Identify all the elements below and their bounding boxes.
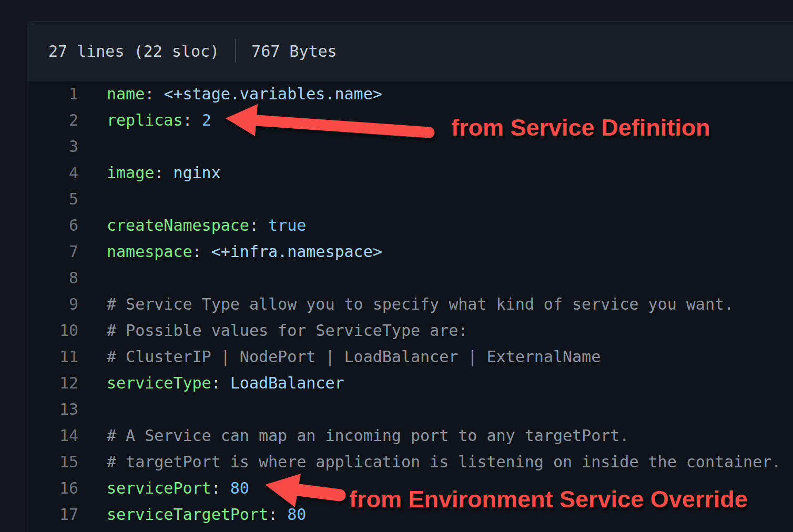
token-key: namespace bbox=[107, 242, 192, 261]
token-string: <+stage.variables.name> bbox=[164, 85, 382, 103]
line-source: serviceTargetPort: 80 bbox=[78, 505, 306, 524]
header-divider bbox=[235, 39, 236, 63]
code-line: 15# targetPort is where application is l… bbox=[27, 448, 793, 475]
token-number: 80 bbox=[230, 479, 249, 497]
line-number[interactable]: 13 bbox=[27, 400, 78, 418]
token-string: nginx bbox=[173, 163, 220, 182]
token-punct: : bbox=[249, 216, 268, 234]
line-number[interactable]: 12 bbox=[27, 374, 78, 392]
line-source: serviceType: LoadBalancer bbox=[78, 374, 344, 392]
code-line: 11# ClusterIP | NodePort | LoadBalancer … bbox=[27, 343, 793, 370]
line-number[interactable]: 5 bbox=[27, 190, 78, 208]
token-punct: : bbox=[183, 111, 202, 129]
file-view-panel: 27 lines (22 sloc) 767 Bytes 1name: <+st… bbox=[27, 22, 793, 532]
code-line: 12serviceType: LoadBalancer bbox=[27, 370, 793, 396]
token-comment: # targetPort is where application is lis… bbox=[107, 453, 781, 471]
code-line: 4image: nginx bbox=[27, 159, 793, 186]
file-size: 767 Bytes bbox=[251, 42, 337, 60]
line-number[interactable]: 6 bbox=[27, 216, 78, 234]
token-string: LoadBalancer bbox=[230, 374, 344, 392]
line-number[interactable]: 11 bbox=[27, 347, 78, 366]
line-source: name: <+stage.variables.name> bbox=[78, 85, 382, 103]
line-number[interactable]: 3 bbox=[27, 137, 78, 156]
line-source: # Possible values for ServiceType are: bbox=[78, 321, 467, 340]
token-key: serviceTargetPort bbox=[107, 505, 268, 524]
line-number[interactable]: 14 bbox=[27, 426, 78, 445]
token-punct: : bbox=[211, 479, 230, 497]
code-line: 6createNamespace: true bbox=[27, 212, 793, 238]
file-header-bar: 27 lines (22 sloc) 767 Bytes bbox=[27, 22, 793, 80]
code-line: 8 bbox=[27, 264, 793, 291]
line-source: servicePort: 80 bbox=[78, 479, 249, 497]
token-key: servicePort bbox=[107, 479, 211, 497]
token-number: true bbox=[268, 216, 306, 234]
token-punct: : bbox=[268, 505, 287, 524]
line-source: replicas: 2 bbox=[78, 111, 211, 129]
token-comment: # A Service can map an incoming port to … bbox=[107, 426, 629, 445]
token-comment: # Service Type allow you to specify what… bbox=[107, 295, 734, 313]
code-lines: 1name: <+stage.variables.name>2replicas:… bbox=[27, 80, 793, 527]
line-source: image: nginx bbox=[78, 163, 221, 182]
line-source: # Service Type allow you to specify what… bbox=[78, 295, 734, 313]
annotation-service-definition: from Service Definition bbox=[451, 115, 710, 141]
code-line: 7namespace: <+infra.namespace> bbox=[27, 238, 793, 264]
token-number: 2 bbox=[202, 111, 211, 129]
line-source: createNamespace: true bbox=[78, 216, 306, 234]
token-key: createNamespace bbox=[107, 216, 249, 234]
line-source: # A Service can map an incoming port to … bbox=[78, 426, 629, 445]
token-number: 80 bbox=[287, 505, 306, 524]
code-line: 14# A Service can map an incoming port t… bbox=[27, 422, 793, 448]
line-source: # ClusterIP | NodePort | LoadBalancer | … bbox=[78, 347, 601, 366]
line-number[interactable]: 10 bbox=[27, 321, 78, 340]
code-line: 1name: <+stage.variables.name> bbox=[27, 80, 793, 107]
token-key: image bbox=[107, 163, 154, 182]
code-line: 10# Possible values for ServiceType are: bbox=[27, 317, 793, 343]
token-key: serviceType bbox=[107, 374, 211, 392]
line-number[interactable]: 8 bbox=[27, 269, 78, 287]
token-punct: : bbox=[192, 242, 211, 261]
token-comment: # ClusterIP | NodePort | LoadBalancer | … bbox=[107, 347, 601, 366]
line-number[interactable]: 7 bbox=[27, 242, 78, 261]
token-key: replicas bbox=[107, 111, 183, 129]
token-punct: : bbox=[154, 163, 173, 182]
line-number[interactable]: 2 bbox=[27, 111, 78, 129]
code-line: 5 bbox=[27, 186, 793, 212]
token-punct: : bbox=[145, 85, 164, 103]
line-number[interactable]: 4 bbox=[27, 163, 78, 182]
line-number[interactable]: 16 bbox=[27, 479, 78, 497]
line-number[interactable]: 1 bbox=[27, 85, 78, 103]
code-line: 13 bbox=[27, 396, 793, 422]
token-key: name bbox=[107, 85, 145, 103]
line-number[interactable]: 17 bbox=[27, 505, 78, 524]
token-punct: : bbox=[211, 374, 230, 392]
token-string: <+infra.namespace> bbox=[211, 242, 382, 261]
token-comment: # Possible values for ServiceType are: bbox=[107, 321, 467, 340]
annotation-environment-service-override: from Environment Service Override bbox=[349, 486, 748, 513]
line-number[interactable]: 9 bbox=[27, 295, 78, 313]
line-source: namespace: <+infra.namespace> bbox=[78, 242, 382, 261]
file-lines-count: 27 lines (22 sloc) bbox=[48, 42, 219, 60]
code-line: 9# Service Type allow you to specify wha… bbox=[27, 291, 793, 317]
line-number[interactable]: 15 bbox=[27, 453, 78, 471]
line-source: # targetPort is where application is lis… bbox=[78, 453, 781, 471]
